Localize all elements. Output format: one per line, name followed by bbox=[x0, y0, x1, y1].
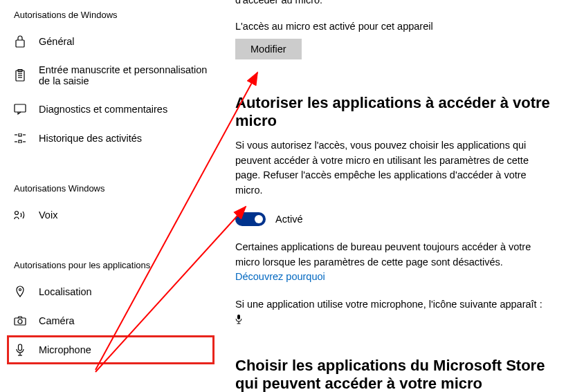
truncated-intro-text: d'accéder au micro. bbox=[235, 0, 570, 8]
svg-rect-10 bbox=[19, 140, 21, 143]
allow-apps-description: Si vous autorisez l'accès, vous pouvez c… bbox=[235, 138, 554, 198]
sidebar-item-label: Général bbox=[39, 36, 75, 47]
svg-point-13 bbox=[15, 212, 19, 215]
svg-rect-20 bbox=[237, 315, 240, 319]
svg-rect-6 bbox=[15, 104, 26, 112]
lock-icon bbox=[14, 35, 26, 48]
svg-rect-17 bbox=[19, 344, 22, 351]
sidebar-item-voice[interactable]: Voix bbox=[7, 200, 215, 230]
settings-content: d'accéder au micro. L'accès au micro est… bbox=[221, 0, 584, 392]
discover-why-link[interactable]: Découvrez pourquoi bbox=[235, 271, 325, 282]
mic-icon-note: Si une application utilise votre microph… bbox=[235, 297, 554, 329]
allow-apps-toggle[interactable] bbox=[235, 212, 266, 226]
sidebar-item-label: Voix bbox=[39, 209, 57, 221]
allow-apps-toggle-row: Activé bbox=[235, 212, 570, 226]
mic-icon-note-text: Si une application utilise votre microph… bbox=[235, 299, 542, 310]
desktop-apps-note-text: Certaines applications de bureau peuvent… bbox=[235, 241, 531, 268]
svg-rect-9 bbox=[19, 133, 21, 136]
sidebar-section-header-2: Autorisations Windows bbox=[7, 174, 215, 200]
location-icon bbox=[14, 286, 26, 298]
sidebar-section-header-1: Autorisations de Windows bbox=[7, 0, 215, 27]
sidebar-section-header-3: Autorisations pour les applications bbox=[7, 250, 215, 277]
sidebar-item-label: Microphone bbox=[39, 344, 91, 355]
sidebar-item-label: Entrée manuscrite et personnalisation de… bbox=[39, 64, 208, 86]
svg-point-16 bbox=[18, 319, 22, 324]
sidebar-item-diagnostics[interactable]: Diagnostics et commentaires bbox=[7, 95, 215, 124]
sidebar-item-microphone[interactable]: Microphone bbox=[7, 335, 215, 364]
activity-icon bbox=[14, 132, 26, 144]
modify-button[interactable]: Modifier bbox=[235, 39, 302, 59]
feedback-icon bbox=[14, 103, 26, 115]
voice-icon bbox=[14, 209, 26, 221]
clipboard-icon bbox=[14, 69, 26, 82]
sidebar-item-location[interactable]: Localisation bbox=[7, 277, 215, 306]
microphone-icon bbox=[14, 344, 26, 356]
choose-apps-title: Choisir les applications du Microsoft St… bbox=[235, 357, 567, 393]
sidebar-item-activity[interactable]: Historique des activités bbox=[7, 124, 215, 153]
settings-sidebar: Autorisations de Windows Général Entrée … bbox=[0, 0, 221, 392]
camera-icon bbox=[14, 315, 26, 327]
microphone-indicator-icon bbox=[235, 314, 242, 328]
sidebar-item-camera[interactable]: Caméra bbox=[7, 306, 215, 335]
sidebar-item-label: Diagnostics et commentaires bbox=[39, 104, 167, 115]
svg-rect-0 bbox=[16, 40, 24, 47]
sidebar-item-label: Caméra bbox=[39, 315, 75, 326]
sidebar-item-label: Localisation bbox=[39, 286, 92, 297]
sidebar-item-inking[interactable]: Entrée manuscrite et personnalisation de… bbox=[7, 56, 215, 95]
svg-point-14 bbox=[19, 289, 21, 291]
desktop-apps-note: Certaines applications de bureau peuvent… bbox=[235, 240, 554, 285]
sidebar-item-label: Historique des activités bbox=[39, 133, 142, 144]
allow-apps-title: Autoriser les applications à accéder à v… bbox=[235, 94, 570, 130]
toggle-state-label: Activé bbox=[275, 214, 303, 225]
device-mic-status: L'accès au micro est activé pour cet app… bbox=[235, 21, 570, 32]
toggle-knob bbox=[255, 215, 263, 223]
sidebar-item-general[interactable]: Général bbox=[7, 27, 215, 56]
